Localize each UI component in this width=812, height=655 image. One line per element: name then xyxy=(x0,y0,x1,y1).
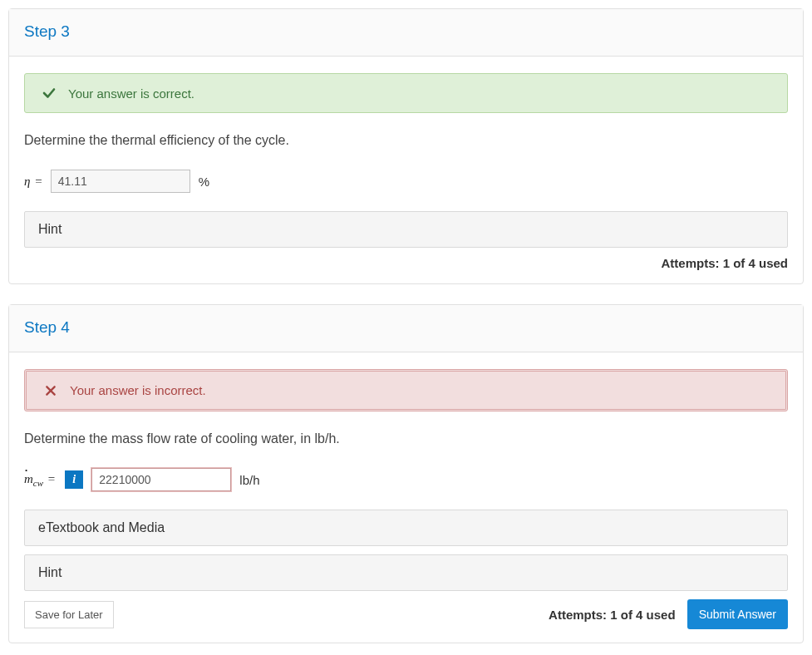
step4-answer-input[interactable] xyxy=(91,468,231,491)
step4-unit: lb/h xyxy=(239,473,259,487)
step4-answer-row: mcw = i lb/h xyxy=(24,468,788,491)
step3-feedback-text: Your answer is correct. xyxy=(68,86,194,101)
step3-answer-row: η = % xyxy=(24,170,788,193)
x-icon xyxy=(40,384,62,397)
step3-feedback-correct: Your answer is correct. xyxy=(24,73,788,113)
step4-attempts: Attempts: 1 of 4 used xyxy=(549,608,676,622)
step3-answer-input[interactable] xyxy=(51,170,190,193)
step3-title: Step 3 xyxy=(24,22,788,41)
check-icon xyxy=(38,86,60,101)
step4-header: Step 4 xyxy=(9,305,803,352)
step4-prompt: Determine the mass flow rate of cooling … xyxy=(24,431,788,446)
step3-footer: Attempts: 1 of 4 used xyxy=(24,256,788,270)
step4-variable: mcw = xyxy=(24,472,55,488)
hint-button[interactable]: Hint xyxy=(24,211,788,248)
step4-feedback-incorrect: Your answer is incorrect. xyxy=(24,369,788,411)
step4-card: Step 4 Your answer is incorrect. Determi… xyxy=(8,304,804,643)
info-icon[interactable]: i xyxy=(65,470,83,489)
step3-attempts: Attempts: 1 of 4 used xyxy=(661,256,788,270)
step4-body: Your answer is incorrect. Determine the … xyxy=(9,352,803,643)
step3-unit: % xyxy=(199,175,209,189)
step4-footer: Save for Later Attempts: 1 of 4 used Sub… xyxy=(24,599,788,629)
step3-body: Your answer is correct. Determine the th… xyxy=(9,57,803,283)
submit-answer-button[interactable]: Submit Answer xyxy=(687,599,788,629)
step3-header: Step 3 xyxy=(9,9,803,57)
save-for-later-button[interactable]: Save for Later xyxy=(24,601,114,628)
step3-prompt: Determine the thermal efficiency of the … xyxy=(24,133,788,148)
step3-variable: η = xyxy=(24,175,42,189)
step4-feedback-text: Your answer is incorrect. xyxy=(70,383,206,397)
step3-card: Step 3 Your answer is correct. Determine… xyxy=(8,8,804,284)
step4-title: Step 4 xyxy=(24,318,788,337)
etextbook-button[interactable]: eTextbook and Media xyxy=(24,510,788,546)
hint-button[interactable]: Hint xyxy=(24,554,788,591)
